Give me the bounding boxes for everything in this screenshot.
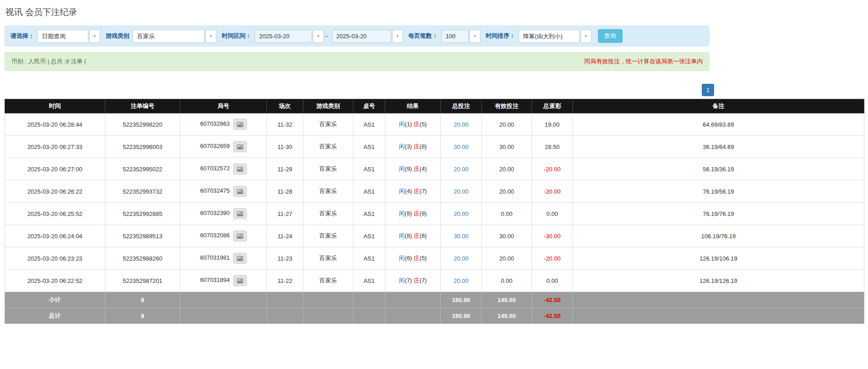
round-video-button[interactable] [233,141,247,152]
round-video-button[interactable] [233,275,247,286]
video-icon [236,122,244,128]
cell-game-type: 百家乐 [303,247,353,270]
subtotal-valid-bet: 140.00 [482,292,532,308]
query-type-dropdown[interactable]: 日期查询 ▼ [37,30,100,43]
date-from-value: 2025-03-20 [255,30,312,43]
round-video-button[interactable] [233,208,247,219]
cell-bet-id: 522352988260 [105,247,180,270]
table-row: 2025-03-20 06:24:04522352989513607032086… [5,225,864,247]
empty-cell [180,292,267,308]
cell-note: 36.19/64.69 [573,136,864,158]
table-footer: 小计 8 180.00 140.00 -42.50 总计 8 180.00 14… [5,292,864,324]
total-bet-link[interactable]: 20.00 [454,255,469,262]
page-1-button[interactable]: 1 [702,84,714,96]
cell-time: 2025-03-20 06:26:22 [5,180,105,203]
table-row: 2025-03-20 06:27:33522352996003607032659… [5,136,864,158]
player-result-label: 闲 [399,121,405,128]
chevron-down-icon[interactable]: ▼ [89,30,100,43]
cell-session: 11-22 [267,270,303,292]
empty-cell [180,308,267,324]
table-row: 2025-03-20 06:28:44522352998220607032863… [5,113,864,136]
cell-bet-id: 522352995022 [105,158,180,180]
round-id: 607032475 [200,187,230,194]
round-id: 607032659 [200,143,230,149]
page-size-dropdown[interactable]: 100 ▼ [441,30,480,43]
cell-time: 2025-03-20 06:25:52 [5,203,105,225]
cell-session: 11-29 [267,158,303,180]
cell-session: 11-32 [267,113,303,136]
cell-round-id: 607032659 [180,136,267,158]
search-button[interactable]: 查询 [598,29,623,43]
cell-note: 64.69/83.69 [573,113,864,136]
date-to-picker[interactable]: 2025-03-20 ▼ [332,30,403,43]
banker-result-label: 庄 [414,188,419,195]
round-video-button[interactable] [233,253,247,264]
date-range-group: 时间区间： 2025-03-20 ▼ ~ 2025-03-20 ▼ [222,30,403,43]
col-header-table: 桌号 [353,99,385,113]
total-bet-link[interactable]: 30.00 [454,233,469,240]
total-bet-link[interactable]: 20.00 [454,188,469,195]
round-id: 607032390 [200,210,230,216]
sort-label: 时间排序： [486,32,516,40]
chevron-down-icon[interactable]: ▼ [205,30,216,43]
page-size-label: 每页笔数： [408,32,438,40]
chevron-down-icon[interactable]: ▼ [392,30,403,43]
cell-time: 2025-03-20 06:23:23 [5,247,105,270]
date-range-label: 时间区间： [222,32,251,40]
chevron-down-icon[interactable]: ▼ [313,30,324,43]
video-icon [236,256,244,261]
table-row: 2025-03-20 06:22:52522352987201607031894… [5,270,864,292]
empty-cell [353,308,385,324]
total-bet-link[interactable]: 20.00 [454,166,469,173]
cell-round-id: 607032572 [180,158,267,180]
cell-table: AS1 [353,225,385,247]
round-video-button[interactable] [233,164,247,174]
col-header-valid-bet: 有效投注 [482,99,532,113]
round-video-button[interactable] [233,119,247,130]
cell-note: 106.19/76.19 [573,225,864,247]
cell-time: 2025-03-20 06:27:33 [5,136,105,158]
query-type-group: 请选择： 日期查询 ▼ [10,30,100,43]
cell-total-bet: 30.00 [441,136,482,158]
cell-note: 56.19/36.19 [573,158,864,180]
cell-result: 闲(3) 庄(8) [385,136,441,158]
subtotal-count: 8 [105,292,180,308]
chevron-down-icon[interactable]: ▼ [581,30,592,43]
cell-session: 11-27 [267,203,303,225]
total-bet-link[interactable]: 20.00 [454,210,469,217]
date-range-separator: ~ [325,33,328,40]
player-result-label: 闲 [399,232,405,239]
total-bet-link[interactable]: 20.00 [454,277,469,284]
cell-table: AS1 [353,113,385,136]
currency-summary: 币别 : 人民币 | 总共 :8 注单 | [11,57,86,66]
cell-round-id: 607031894 [180,270,267,292]
chevron-down-icon[interactable]: ▼ [470,30,480,43]
table-header-row: 时间 注单编号 局号 场次 游戏类别 桌号 结果 总投注 有效投注 总派彩 备注 [5,99,864,113]
total-bet-link[interactable]: 30.00 [454,144,469,150]
cell-valid-bet: 30.00 [482,225,532,247]
col-header-time: 时间 [5,99,105,113]
sort-dropdown[interactable]: 降冪(由大到小) ▼ [519,30,592,43]
round-id: 607031981 [200,254,230,261]
cell-game-type: 百家乐 [303,203,353,225]
table-row: 2025-03-20 06:25:52522352992885607032390… [5,203,864,225]
sort-value: 降冪(由大到小) [519,30,580,43]
col-header-total-bet: 总投注 [441,99,482,113]
banker-result-label: 庄 [414,165,419,172]
player-result-label: 闲 [399,277,405,284]
cell-time: 2025-03-20 06:22:52 [5,270,105,292]
round-video-button[interactable] [233,186,247,197]
date-from-picker[interactable]: 2025-03-20 ▼ [255,30,324,43]
total-bet-link[interactable]: 20.00 [454,121,469,128]
video-icon [236,278,244,284]
round-video-button[interactable] [233,231,247,241]
cell-payout: -20.00 [532,158,573,180]
empty-cell [573,308,864,324]
summary-bar: 币别 : 人民币 | 总共 :8 注单 | 同局有效投注，统一计算在该局第一张注… [5,52,710,71]
bet-records-table: 时间 注单编号 局号 场次 游戏类别 桌号 结果 总投注 有效投注 总派彩 备注… [5,99,864,324]
empty-cell [267,292,303,308]
cell-game-type: 百家乐 [303,136,353,158]
cell-payout: -20.00 [532,180,573,203]
cell-result: 闲(8) 庄(6) [385,225,441,247]
game-type-dropdown[interactable]: 百家乐 ▼ [133,30,216,43]
